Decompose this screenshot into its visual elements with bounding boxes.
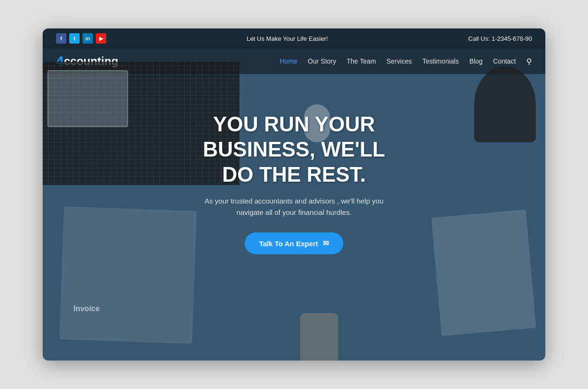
main-content: YOU RUN YOUR BUSINESS, WE'LL DO THE REST…	[43, 74, 545, 273]
hero-title: YOU RUN YOUR BUSINESS, WE'LL DO THE REST…	[185, 112, 403, 187]
nav-item-home[interactable]: Home	[280, 57, 297, 65]
hero-subtitle: As your trusted accountants and advisors…	[204, 195, 384, 218]
nav-link-services[interactable]: Services	[386, 57, 412, 65]
nav-link-the-team[interactable]: The Team	[347, 57, 376, 65]
cta-button[interactable]: Talk To An Expert ✉	[245, 232, 343, 254]
browser-window: Invoice f t in ▶ Let Us Make Your Life E…	[43, 28, 545, 361]
nav-item-our-story[interactable]: Our Story	[308, 57, 336, 65]
hero-content: YOU RUN YOUR BUSINESS, WE'LL DO THE REST…	[43, 74, 545, 273]
nav-item-testimonials[interactable]: Testimonials	[423, 57, 459, 65]
nav-item-contact[interactable]: Contact	[493, 57, 516, 65]
envelope-icon: ✉	[323, 239, 329, 248]
nav-link-our-story[interactable]: Our Story	[308, 57, 336, 65]
cta-label: Talk To An Expert	[259, 240, 318, 248]
nav-link-blog[interactable]: Blog	[469, 57, 483, 65]
nav-link-contact[interactable]: Contact	[493, 57, 516, 65]
nav-item-services[interactable]: Services	[386, 57, 412, 65]
nav-link-testimonials[interactable]: Testimonials	[423, 57, 459, 65]
nav-item-the-team[interactable]: The Team	[347, 57, 376, 65]
nav-links: Home Our Story The Team Services Testimo…	[280, 57, 532, 66]
nav-item-blog[interactable]: Blog	[469, 57, 483, 65]
nav-link-home[interactable]: Home	[280, 57, 297, 65]
hand-pen-decor	[300, 313, 338, 361]
hero-background: Invoice f t in ▶ Let Us Make Your Life E…	[43, 28, 545, 361]
invoice-label: Invoice	[74, 305, 100, 313]
